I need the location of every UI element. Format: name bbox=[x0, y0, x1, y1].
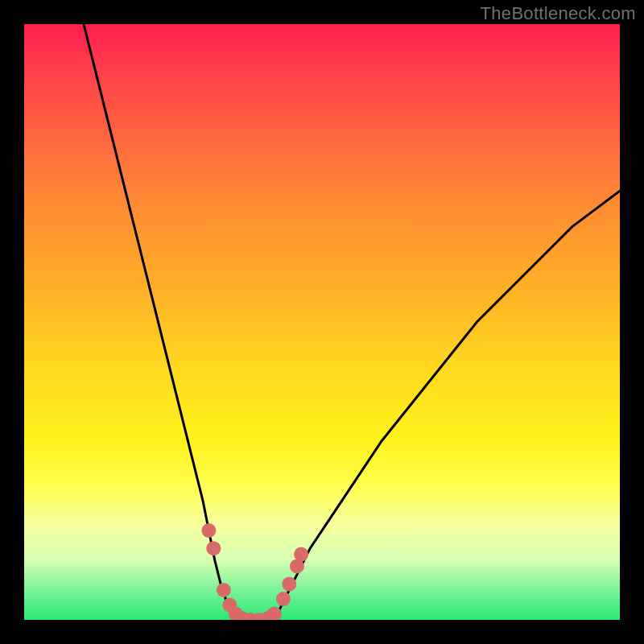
chart-svg bbox=[24, 24, 620, 620]
highlight-dot bbox=[206, 541, 221, 555]
highlight-dot bbox=[217, 583, 231, 597]
highlight-dot bbox=[201, 523, 216, 538]
bottleneck-curve bbox=[84, 24, 620, 620]
highlight-dot bbox=[276, 592, 291, 606]
highlight-dot bbox=[294, 547, 308, 562]
curve-layer bbox=[84, 24, 620, 620]
chart-frame: TheBottleneck.com bbox=[0, 0, 644, 644]
highlight-dot bbox=[282, 577, 296, 592]
chart-plot-area bbox=[24, 24, 620, 620]
watermark-text: TheBottleneck.com bbox=[481, 3, 636, 24]
